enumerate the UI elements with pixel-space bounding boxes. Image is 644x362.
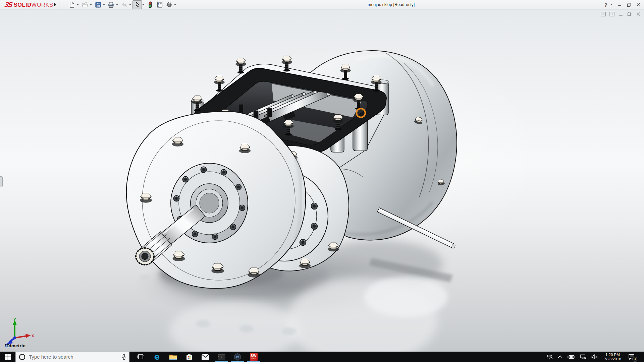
taskbar-apps: e [133, 352, 262, 362]
windows-taskbar: e [0, 352, 644, 362]
edge-button[interactable]: e [149, 352, 165, 362]
store-button[interactable] [181, 352, 197, 362]
titlebar: 3S SOLID WORKS [0, 0, 644, 9]
windows-logo-icon [5, 354, 11, 360]
taskbar-search[interactable] [15, 352, 129, 362]
undo-button[interactable] [119, 0, 129, 9]
select-cursor-icon [135, 2, 140, 8]
sw-icon-year: 2017 [251, 357, 256, 360]
save-icon [95, 2, 101, 8]
new-document-icon [69, 2, 75, 8]
gearbox-3d-model [0, 9, 644, 352]
battery-icon [568, 355, 575, 359]
task-view-button[interactable] [133, 352, 149, 362]
help-dropdown-caret[interactable] [610, 4, 612, 5]
triad-y-label: Y [13, 317, 16, 322]
open-dropdown-caret[interactable] [90, 4, 92, 5]
mail-button[interactable] [197, 352, 213, 362]
microphone-icon[interactable] [121, 354, 126, 360]
solidworks-taskbar-button[interactable]: SW 2017 [246, 352, 262, 362]
rebuild-traffic-light-icon [148, 1, 153, 8]
store-icon [185, 353, 193, 361]
document-restore-button[interactable] [626, 11, 633, 17]
restore-button[interactable] [625, 1, 633, 8]
graphics-viewport[interactable]: Y X Z *Dimetric [0, 9, 644, 352]
file-properties-button[interactable] [155, 0, 164, 9]
solidworks-app-icon: SW 2017 [250, 353, 258, 361]
new-dropdown-caret[interactable] [77, 4, 79, 5]
brand-name-bold: SOLID [14, 2, 32, 8]
orientation-triad: Y X Z [3, 317, 35, 347]
options-dropdown-caret[interactable] [174, 4, 176, 5]
chevron-up-icon [558, 355, 562, 358]
command-prompt-text: C:\_ [218, 355, 223, 358]
volume-button[interactable] [590, 352, 599, 362]
cortana-icon [19, 354, 25, 360]
mail-icon [201, 354, 209, 360]
action-center-button[interactable]: 3 [626, 352, 637, 362]
screenshot-tool-button[interactable] [229, 352, 246, 362]
solidworks-logo: 3S SOLID WORKS [5, 1, 53, 9]
network-button[interactable] [579, 352, 587, 362]
select-dropdown-caret[interactable] [142, 4, 144, 5]
network-icon [580, 354, 586, 359]
window-controls: ? [604, 0, 642, 9]
solidworks-window: 3S SOLID WORKS [0, 0, 644, 362]
people-button[interactable] [545, 352, 554, 362]
restore-icon [627, 3, 631, 7]
undo-icon [121, 2, 127, 8]
options-gear-icon [166, 1, 172, 8]
undo-dropdown-caret[interactable] [129, 4, 131, 5]
toolbar-separator [59, 1, 59, 9]
quick-access-toolbar [67, 0, 177, 9]
close-icon [636, 3, 640, 7]
minimize-icon [618, 3, 622, 7]
rebuild-button[interactable] [146, 0, 155, 9]
search-input[interactable] [29, 354, 118, 360]
feature-panel-splitter[interactable] [0, 176, 3, 187]
screenshot-tool-icon [234, 353, 241, 361]
people-icon [546, 354, 553, 360]
document-close-button[interactable] [635, 11, 641, 17]
solidworks-logo-mark: 3S [4, 1, 13, 9]
open-button[interactable] [80, 0, 90, 9]
options-button[interactable] [164, 0, 174, 9]
save-dropdown-caret[interactable] [103, 4, 105, 5]
triad-x-label: X [32, 334, 34, 338]
file-explorer-button[interactable] [165, 352, 181, 362]
file-properties-icon [157, 2, 163, 8]
battery-button[interactable] [567, 352, 576, 362]
start-button[interactable] [0, 352, 15, 362]
document-window-controls [600, 11, 641, 17]
document-title: menjac sklop [Read-only] [368, 2, 415, 7]
minimize-button[interactable] [616, 1, 623, 8]
help-button[interactable]: ? [604, 2, 608, 8]
command-prompt-button[interactable]: C:\_ [213, 352, 229, 362]
edge-icon: e [154, 353, 160, 361]
open-folder-icon [82, 2, 88, 8]
print-button[interactable] [106, 0, 116, 9]
print-dropdown-caret[interactable] [116, 4, 118, 5]
notification-badge: 3 [632, 357, 637, 362]
taskbar-clock[interactable]: 1:20 PM 7/23/2018 [602, 353, 623, 361]
brand-name-light: WORKS [32, 2, 53, 8]
pane-next-button[interactable] [609, 11, 615, 17]
volume-muted-icon [591, 354, 598, 359]
file-explorer-icon [169, 354, 177, 360]
print-icon [108, 2, 114, 8]
new-document-button[interactable] [67, 0, 76, 9]
pane-previous-button[interactable] [600, 11, 606, 17]
system-tray: 1:20 PM 7/23/2018 3 [545, 352, 644, 362]
save-button[interactable] [93, 0, 103, 9]
task-view-icon [137, 354, 145, 360]
view-orientation-label: *Dimetric [5, 343, 25, 348]
document-minimize-button[interactable] [618, 11, 624, 17]
clock-time: 1:20 PM [604, 353, 621, 357]
clock-date: 7/23/2018 [604, 357, 621, 361]
tray-overflow-button[interactable] [557, 352, 564, 362]
select-button[interactable] [132, 0, 142, 9]
menu-flyout-arrow-icon[interactable] [54, 3, 56, 7]
close-button[interactable] [635, 1, 642, 8]
sw-icon-label: SW [251, 354, 257, 357]
